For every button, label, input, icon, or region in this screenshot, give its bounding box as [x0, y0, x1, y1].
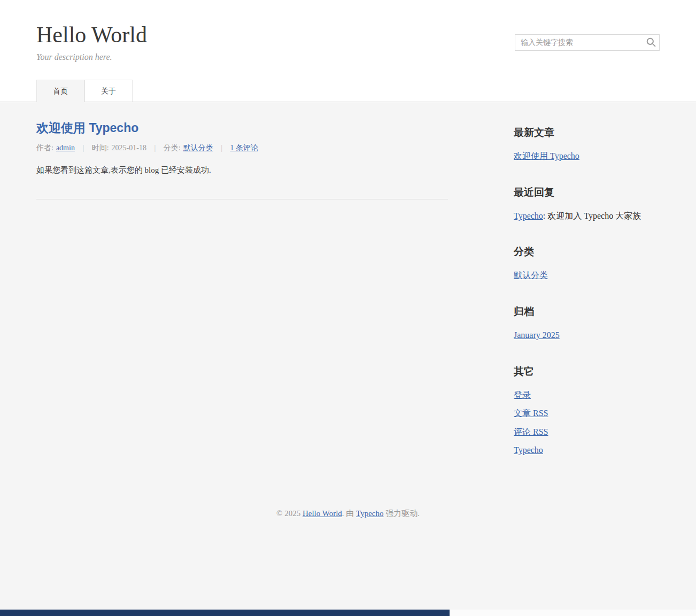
recent-post-link[interactable]: 欢迎使用 Typecho — [514, 151, 579, 160]
login-link[interactable]: 登录 — [514, 390, 531, 399]
list-item: 欢迎使用 Typecho — [514, 150, 660, 162]
main-nav: 首页 关于 — [36, 80, 660, 102]
time-label: 时间: — [92, 144, 109, 152]
footer-text: © 2025 Hello World. 由 Typecho 强力驱动. — [0, 509, 696, 519]
post-date: 2025-01-18 — [112, 144, 146, 152]
search-form — [515, 34, 660, 51]
widget-title-misc: 其它 — [514, 365, 660, 379]
list-item: Typecho: 欢迎加入 Typecho 大家族 — [514, 210, 660, 222]
list-item: 登录 — [514, 389, 660, 401]
widget-title-archives: 归档 — [514, 305, 660, 319]
main-column: 欢迎使用 Typecho 作者:admin | 时间:2025-01-18 | … — [36, 102, 448, 199]
footer-site-link[interactable]: Hello World — [303, 509, 342, 518]
search-button[interactable] — [645, 37, 657, 49]
widget-recent-replies: 最近回复 Typecho: 欢迎加入 Typecho 大家族 — [514, 186, 660, 222]
meta-separator: | — [221, 144, 222, 152]
author-link[interactable]: admin — [56, 144, 75, 152]
post-meta: 作者:admin | 时间:2025-01-18 | 分类:默认分类 | 1 条… — [36, 143, 448, 153]
list-item: Typecho — [514, 444, 660, 456]
widget-title-categories: 分类 — [514, 245, 660, 259]
nav-item-about[interactable]: 关于 — [84, 80, 133, 102]
site-header: Hello World Your description here. 首页 关于 — [0, 0, 696, 102]
archive-link[interactable]: January 2025 — [514, 330, 560, 340]
reply-text: : 欢迎加入 Typecho 大家族 — [543, 211, 641, 220]
meta-separator: | — [154, 144, 156, 152]
comments-link[interactable]: 1 条评论 — [230, 144, 258, 152]
widget-archives: 归档 January 2025 — [514, 305, 660, 341]
site-title[interactable]: Hello World — [36, 22, 147, 47]
footer-suffix-text: 强力驱动. — [384, 509, 420, 518]
widget-misc: 其它 登录 文章 RSS 评论 RSS Typecho — [514, 365, 660, 456]
widget-title-recent-replies: 最近回复 — [514, 186, 660, 199]
post-rss-link[interactable]: 文章 RSS — [514, 409, 548, 418]
list-item: 文章 RSS — [514, 407, 660, 419]
post-title[interactable]: 欢迎使用 Typecho — [36, 120, 138, 136]
reply-author-link[interactable]: Typecho — [514, 211, 543, 220]
meta-separator: | — [82, 144, 84, 152]
footer: © 2025 Hello World. 由 Typecho 强力驱动. — [0, 456, 696, 519]
widget-title-recent-posts: 最新文章 — [514, 126, 660, 140]
content-area: 欢迎使用 Typecho 作者:admin | 时间:2025-01-18 | … — [36, 102, 660, 456]
nav-item-home[interactable]: 首页 — [36, 80, 84, 102]
footer-typecho-link[interactable]: Typecho — [356, 509, 383, 518]
typecho-link[interactable]: Typecho — [514, 445, 543, 455]
post-body: 如果您看到这篇文章,表示您的 blog 已经安装成功. — [36, 164, 448, 176]
search-icon — [646, 41, 656, 49]
list-item: 默认分类 — [514, 270, 660, 281]
sidebar: 最新文章 欢迎使用 Typecho 最近回复 Typecho: 欢迎加入 Typ… — [514, 102, 660, 456]
bottom-overlay-bar — [0, 610, 450, 616]
comment-rss-link[interactable]: 评论 RSS — [514, 427, 548, 436]
widget-categories: 分类 默认分类 — [514, 245, 660, 281]
author-label: 作者: — [36, 144, 53, 152]
site-description: Your description here. — [36, 52, 660, 62]
post: 欢迎使用 Typecho 作者:admin | 时间:2025-01-18 | … — [36, 102, 448, 199]
category-link[interactable]: 默认分类 — [183, 144, 213, 152]
footer-copyright: © 2025 — [276, 509, 303, 518]
list-item: January 2025 — [514, 329, 660, 341]
search-input[interactable] — [515, 34, 660, 51]
list-item: 评论 RSS — [514, 426, 660, 438]
post-divider — [36, 199, 448, 199]
widget-recent-posts: 最新文章 欢迎使用 Typecho — [514, 126, 660, 162]
category-label: 分类: — [164, 144, 181, 152]
category-sidebar-link[interactable]: 默认分类 — [514, 271, 548, 280]
footer-middle-text: . 由 — [342, 509, 356, 518]
